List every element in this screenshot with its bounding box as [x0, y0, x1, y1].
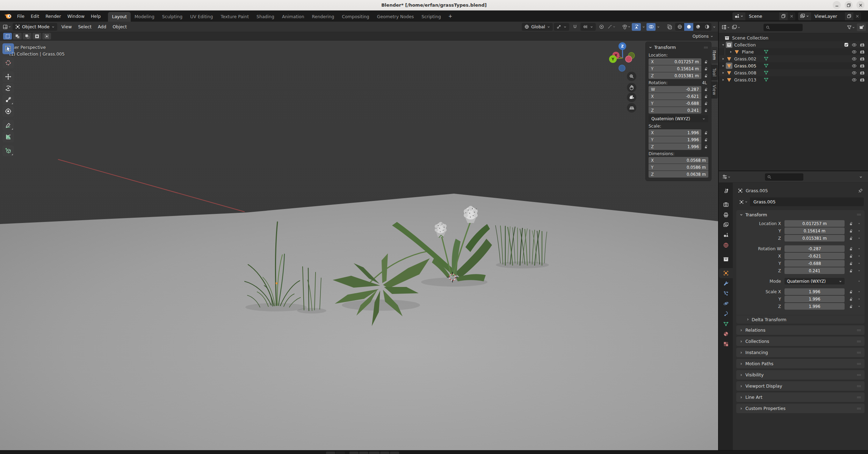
menu-render[interactable]: Render [42, 13, 64, 20]
animate-property-dot[interactable] [856, 247, 861, 250]
workspace-tab-geometry-nodes[interactable]: Geometry Nodes [373, 12, 418, 22]
rotation-w-field[interactable]: W-0.287 [649, 86, 701, 93]
outliner-display-mode-button[interactable] [731, 23, 740, 31]
property-value-field[interactable]: 0.15614 m [784, 228, 845, 234]
panel-custom-properties[interactable]: Custom Properties [736, 404, 865, 413]
mesh-object-icon[interactable] [726, 63, 732, 69]
rotation-mode-dropdown[interactable]: Quaternion (WXYZ) [649, 115, 708, 122]
select-mode-set-button[interactable] [3, 33, 12, 39]
dimensions-y-field[interactable]: Y0.0586 m [649, 164, 708, 171]
pivot-point-dropdown[interactable] [554, 23, 569, 31]
dimensions-x-field[interactable]: X0.0568 m [649, 157, 708, 164]
workspace-tab-scripting[interactable]: Scripting [418, 12, 445, 22]
hide-in-viewport-toggle[interactable] [852, 63, 857, 69]
outliner-search-input[interactable] [764, 24, 803, 31]
view-layer-copy-button[interactable] [845, 12, 853, 20]
properties-tab-object[interactable] [719, 268, 733, 278]
lock-toggle[interactable] [701, 101, 708, 106]
viewport-menu-view[interactable]: View [59, 23, 75, 30]
rotation-y-field[interactable]: Y-0.688 [649, 100, 701, 107]
panel-grip-icon[interactable] [856, 362, 861, 366]
scale-x-field[interactable]: X1.996 [649, 129, 701, 136]
lock-toggle[interactable] [701, 130, 708, 135]
xray-toggle-button[interactable] [665, 23, 674, 31]
expand-closed-icon[interactable] [720, 57, 726, 60]
animate-property-dot[interactable] [856, 280, 861, 283]
shading-rendered-button[interactable] [702, 23, 711, 31]
outliner-row-collection[interactable]: Collection [719, 41, 868, 48]
pan-button[interactable] [627, 83, 636, 92]
rotation-z-field[interactable]: Z0.241 [649, 107, 701, 114]
expand-open-icon[interactable] [720, 43, 726, 46]
properties-tab-scene[interactable] [719, 230, 733, 240]
ground-plane[interactable] [0, 194, 718, 450]
properties-tab-texture[interactable] [719, 339, 733, 349]
toggle-perspective-button[interactable] [627, 103, 636, 113]
new-collection-button[interactable] [857, 23, 866, 31]
breadcrumb-object-name[interactable]: Grass.005 [746, 188, 768, 193]
add-cube-tool-button[interactable] [2, 145, 14, 156]
properties-tab-output[interactable] [719, 210, 733, 220]
gizmo-z-axis[interactable]: Z [619, 42, 626, 50]
view-layer-remove-button[interactable] [854, 12, 861, 20]
object-name-field[interactable]: Grass.005 [737, 197, 864, 206]
disable-in-renders-toggle[interactable] [860, 77, 865, 82]
panel-motion-paths[interactable]: Motion Paths [736, 359, 865, 368]
menu-file[interactable]: File [14, 13, 28, 20]
property-value-field[interactable]: 1.996 [784, 296, 845, 302]
location-y-field[interactable]: Y0.15614 m [649, 65, 701, 72]
properties-tab-particles[interactable] [719, 288, 733, 298]
show-gizmo-button[interactable] [632, 23, 641, 31]
animate-property-dot[interactable] [856, 297, 861, 301]
properties-tab-collection[interactable] [719, 254, 733, 264]
lock-toggle[interactable] [848, 297, 854, 301]
hide-in-viewport-toggle[interactable] [852, 42, 857, 48]
lock-toggle[interactable] [701, 73, 708, 78]
location-x-field[interactable]: X0.017257 m [649, 58, 701, 65]
animate-property-dot[interactable] [856, 290, 861, 293]
workspace-tab-rendering[interactable]: Rendering [308, 12, 338, 22]
proportional-editing-button[interactable] [597, 23, 606, 31]
transform-orientation-dropdown[interactable]: Global [522, 23, 553, 31]
viewport-menu-add[interactable]: Add [95, 23, 109, 30]
object-name-value[interactable]: Grass.005 [750, 199, 779, 204]
properties-tab-constraints[interactable] [719, 309, 733, 319]
property-value-field[interactable]: 1.996 [784, 303, 845, 310]
zoom-button[interactable] [627, 72, 636, 81]
menu-edit[interactable]: Edit [28, 13, 42, 20]
measure-tool-button[interactable] [2, 131, 14, 142]
animate-property-dot[interactable] [856, 262, 861, 265]
animate-property-dot[interactable] [856, 305, 861, 308]
disable-in-renders-toggle[interactable] [860, 63, 865, 69]
cursor-tool-button[interactable] [2, 57, 14, 68]
outliner-item-label[interactable]: Plane [742, 49, 754, 55]
collection-checkbox[interactable] [844, 42, 849, 47]
outliner-item-label[interactable]: Collection [734, 42, 756, 48]
shading-wireframe-button[interactable] [675, 23, 684, 31]
outliner-filter-button[interactable] [846, 23, 855, 31]
proportional-falloff-dropdown[interactable] [607, 23, 616, 31]
panel-grip-icon[interactable] [856, 407, 861, 410]
delta-transform-panel[interactable]: Delta Transform [736, 315, 865, 324]
properties-search-input[interactable] [765, 173, 803, 181]
rotation-mode-dropdown[interactable]: Quaternion (WXYZ) [784, 278, 845, 284]
scene-selector[interactable]: Scene [732, 12, 795, 20]
disable-in-renders-toggle[interactable] [860, 49, 865, 55]
region-tab-item[interactable]: Item [711, 47, 718, 64]
dimensions-z-field[interactable]: Z0.0638 m [649, 171, 708, 178]
mesh-object-icon[interactable] [726, 70, 732, 76]
camera-view-button[interactable] [627, 93, 636, 102]
annotate-tool-button[interactable] [2, 120, 14, 131]
panel-instancing[interactable]: Instancing [736, 348, 865, 357]
snap-toggle-button[interactable] [570, 23, 579, 31]
properties-tab-modifiers[interactable] [719, 278, 733, 288]
move-tool-button[interactable] [2, 71, 14, 82]
lock-toggle[interactable] [701, 137, 708, 142]
property-value-field[interactable]: 0.015381 m [784, 235, 845, 242]
visibility-dropdown[interactable] [622, 23, 631, 31]
scale-z-field[interactable]: Z1.996 [649, 143, 701, 150]
options-dropdown[interactable]: Options [693, 34, 715, 39]
close-button[interactable] [856, 1, 865, 9]
collection-icon[interactable] [726, 42, 732, 48]
scene-name[interactable]: Scene [745, 14, 779, 19]
